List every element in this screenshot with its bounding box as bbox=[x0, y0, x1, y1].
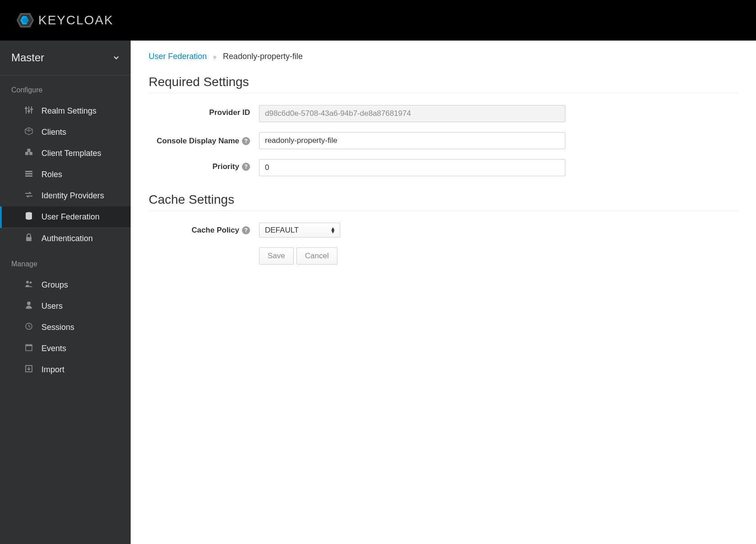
database-icon bbox=[24, 212, 33, 222]
svg-rect-23 bbox=[26, 345, 32, 346]
label-console-display-name: Console Display Name bbox=[157, 135, 239, 147]
section-title-cache: Cache Settings bbox=[149, 192, 738, 211]
realm-selector-label: Master bbox=[11, 51, 44, 64]
exchange-icon bbox=[24, 191, 33, 201]
sidebar-item-label: Sessions bbox=[41, 323, 74, 332]
provider-id-input bbox=[259, 105, 565, 122]
save-button[interactable]: Save bbox=[259, 247, 294, 265]
keycloak-logo-icon bbox=[16, 11, 35, 30]
sidebar-item-label: Import bbox=[41, 365, 64, 375]
sidebar-item-client-templates[interactable]: Client Templates bbox=[0, 143, 131, 164]
list-icon bbox=[24, 169, 33, 180]
app-header: KEYCLOAK bbox=[0, 0, 756, 41]
svg-point-19 bbox=[30, 282, 32, 284]
svg-rect-13 bbox=[25, 171, 32, 172]
sidebar-item-authentication[interactable]: Authentication bbox=[0, 228, 131, 249]
sidebar-item-label: Authentication bbox=[41, 234, 93, 243]
svg-rect-5 bbox=[28, 106, 29, 114]
chevron-down-icon bbox=[113, 55, 119, 61]
sidebar-item-user-federation[interactable]: User Federation bbox=[0, 206, 131, 228]
svg-rect-17 bbox=[26, 237, 32, 241]
sliders-icon bbox=[24, 106, 33, 116]
sidebar-item-users[interactable]: Users bbox=[0, 296, 131, 317]
cube-icon bbox=[24, 127, 33, 137]
sidebar-item-import[interactable]: Import bbox=[0, 359, 131, 380]
help-icon[interactable]: ? bbox=[242, 226, 250, 234]
svg-rect-15 bbox=[25, 175, 32, 177]
help-icon[interactable]: ? bbox=[242, 163, 250, 171]
breadcrumb-current: Readonly-property-file bbox=[223, 52, 303, 61]
svg-rect-14 bbox=[25, 173, 32, 174]
sidebar-item-groups[interactable]: Groups bbox=[0, 274, 131, 296]
svg-rect-7 bbox=[25, 108, 27, 109]
sidebar-item-sessions[interactable]: Sessions bbox=[0, 317, 131, 338]
realm-selector[interactable]: Master bbox=[0, 41, 131, 75]
sidebar-item-identity-providers[interactable]: Identity Providers bbox=[0, 185, 131, 206]
sidebar-item-label: Realm Settings bbox=[41, 106, 96, 116]
svg-point-18 bbox=[26, 281, 29, 283]
import-icon bbox=[24, 365, 33, 375]
label-provider-id: Provider ID bbox=[209, 108, 250, 117]
sidebar-item-clients[interactable]: Clients bbox=[0, 122, 131, 143]
chevron-right-icon: » bbox=[213, 53, 217, 60]
label-priority: Priority bbox=[212, 162, 239, 171]
breadcrumb: User Federation » Readonly-property-file bbox=[149, 52, 738, 61]
sidebar-item-label: User Federation bbox=[41, 212, 100, 222]
cancel-button[interactable]: Cancel bbox=[296, 247, 337, 265]
sidebar-item-roles[interactable]: Roles bbox=[0, 164, 131, 185]
sidebar-section-manage: Manage bbox=[0, 249, 131, 274]
main-content: User Federation » Readonly-property-file… bbox=[131, 41, 756, 544]
sidebar-item-realm-settings[interactable]: Realm Settings bbox=[0, 101, 131, 122]
calendar-icon bbox=[24, 343, 33, 354]
svg-rect-11 bbox=[29, 152, 32, 155]
sidebar-section-configure: Configure bbox=[0, 75, 131, 101]
svg-rect-4 bbox=[26, 106, 27, 114]
svg-rect-9 bbox=[30, 109, 33, 110]
svg-rect-12 bbox=[27, 149, 31, 152]
user-icon bbox=[24, 301, 33, 311]
sidebar-item-label: Roles bbox=[41, 170, 62, 179]
brand-logo[interactable]: KEYCLOAK bbox=[16, 11, 114, 30]
label-cache-policy: Cache Policy bbox=[191, 226, 239, 235]
breadcrumb-link-user-federation[interactable]: User Federation bbox=[149, 52, 207, 61]
sidebar-item-label: Users bbox=[41, 302, 63, 311]
sidebar: Master Configure Realm Settings Clients … bbox=[0, 41, 131, 544]
cache-policy-select[interactable]: DEFAULT bbox=[259, 223, 340, 238]
clock-icon bbox=[24, 322, 33, 333]
sidebar-item-label: Client Templates bbox=[41, 149, 101, 158]
sidebar-item-events[interactable]: Events bbox=[0, 338, 131, 359]
sidebar-item-label: Groups bbox=[41, 280, 68, 290]
svg-rect-8 bbox=[27, 110, 30, 112]
brand-text: KEYCLOAK bbox=[38, 13, 114, 27]
sidebar-item-label: Clients bbox=[41, 128, 66, 137]
svg-point-20 bbox=[27, 302, 31, 305]
sidebar-item-label: Identity Providers bbox=[41, 191, 104, 201]
sidebar-item-label: Events bbox=[41, 344, 66, 353]
help-icon[interactable]: ? bbox=[242, 137, 250, 145]
svg-rect-10 bbox=[25, 152, 28, 155]
priority-input[interactable] bbox=[259, 159, 565, 176]
lock-icon bbox=[24, 233, 33, 244]
section-title-required: Required Settings bbox=[149, 75, 738, 93]
users-icon bbox=[24, 280, 33, 290]
console-display-name-input[interactable] bbox=[259, 132, 565, 149]
cubes-icon bbox=[24, 148, 33, 159]
